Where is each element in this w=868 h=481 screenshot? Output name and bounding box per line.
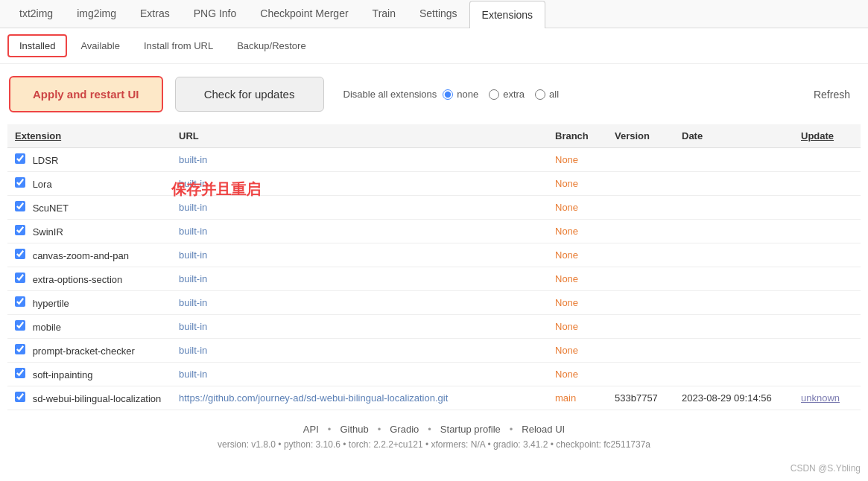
ext-name: SwinIR xyxy=(33,226,63,238)
tab-extensions[interactable]: Extensions xyxy=(469,1,545,28)
subtab-installed[interactable]: Installed xyxy=(7,34,67,57)
radio-none[interactable]: none xyxy=(443,89,478,100)
version-info: version: v1.8.0 • python: 3.10.6 • torch… xyxy=(7,439,861,450)
table-row: hypertile built-in None xyxy=(7,291,861,315)
footer-reload[interactable]: Reload UI xyxy=(522,424,565,435)
radio-all[interactable]: all xyxy=(535,89,559,100)
footer-startup[interactable]: Startup profile xyxy=(440,424,501,435)
ext-branch: main xyxy=(548,386,607,410)
ext-url-link[interactable]: https://github.com/journey-ad/sd-webui-b… xyxy=(179,392,448,404)
tab-checkpoint[interactable]: Checkpoint Merger xyxy=(248,0,360,28)
ext-update xyxy=(793,315,861,339)
ext-date xyxy=(674,339,793,363)
col-header-date: Date xyxy=(674,124,793,148)
ext-name: Lora xyxy=(33,179,52,190)
table-row: sd-webui-bilingual-localization https://… xyxy=(7,386,861,410)
extensions-table: Extension URL Branch Version Date Update… xyxy=(7,124,861,410)
radio-none-label: none xyxy=(457,89,478,100)
subtab-available[interactable]: Available xyxy=(70,36,130,56)
ext-update xyxy=(793,220,861,243)
tab-train[interactable]: Train xyxy=(361,0,408,28)
subtab-backup[interactable]: Backup/Restore xyxy=(226,36,317,56)
radio-extra[interactable]: extra xyxy=(489,89,525,100)
footer-github[interactable]: Github xyxy=(340,424,368,435)
ext-checkbox[interactable] xyxy=(15,249,25,259)
ext-version xyxy=(607,172,674,196)
ext-update xyxy=(793,196,861,220)
col-header-extension: Extension xyxy=(7,124,171,148)
ext-url-builtin: built-in xyxy=(179,154,207,165)
table-row: Lora built-in None xyxy=(7,172,861,196)
ext-version xyxy=(607,315,674,339)
radio-extra-input[interactable] xyxy=(489,89,499,100)
radio-none-input[interactable] xyxy=(443,89,453,100)
tab-pnginfo[interactable]: PNG Info xyxy=(182,0,249,28)
ext-update xyxy=(793,363,861,386)
table-row: canvas-zoom-and-pan built-in None xyxy=(7,243,861,267)
footer-gradio[interactable]: Gradio xyxy=(390,424,419,435)
ext-update xyxy=(793,339,861,363)
ext-url-builtin: built-in xyxy=(179,178,207,189)
ext-branch: None xyxy=(548,291,607,315)
check-updates-button[interactable]: Check for updates xyxy=(175,77,324,112)
ext-update xyxy=(793,291,861,315)
watermark: CSDN @S.Ybling xyxy=(791,463,861,474)
ext-name: extra-options-section xyxy=(33,274,123,285)
tab-extras[interactable]: Extras xyxy=(128,0,182,28)
ext-branch: None xyxy=(548,196,607,220)
ext-name: mobile xyxy=(33,322,61,333)
dot4: • xyxy=(510,424,513,435)
ext-checkbox[interactable] xyxy=(15,177,25,188)
ext-url-builtin: built-in xyxy=(179,226,207,237)
subtab-install-url[interactable]: Install from URL xyxy=(133,36,224,56)
ext-date xyxy=(674,243,793,267)
ext-version xyxy=(607,220,674,243)
table-row: prompt-bracket-checker built-in None xyxy=(7,339,861,363)
ext-version xyxy=(607,267,674,291)
col-header-update: Update xyxy=(793,124,861,148)
table-row: soft-inpainting built-in None xyxy=(7,363,861,386)
tab-txt2img[interactable]: txt2img xyxy=(7,0,65,28)
refresh-button[interactable]: Refresh xyxy=(805,83,859,106)
ext-version: 533b7757 xyxy=(607,386,674,410)
ext-version xyxy=(607,363,674,386)
ext-checkbox[interactable] xyxy=(15,273,25,283)
ext-name: sd-webui-bilingual-localization xyxy=(33,393,162,404)
ext-checkbox[interactable] xyxy=(15,344,25,354)
ext-url-cell: built-in xyxy=(171,196,548,220)
ext-url-cell: built-in xyxy=(171,315,548,339)
ext-checkbox[interactable] xyxy=(15,392,25,402)
ext-checkbox-cell: canvas-zoom-and-pan xyxy=(7,243,171,267)
ext-checkbox[interactable] xyxy=(15,153,25,164)
radio-all-input[interactable] xyxy=(535,89,545,100)
ext-checkbox[interactable] xyxy=(15,225,25,235)
col-header-branch: Branch xyxy=(548,124,607,148)
ext-checkbox[interactable] xyxy=(15,320,25,331)
ext-date xyxy=(674,148,793,172)
col-header-version: Version xyxy=(607,124,674,148)
ext-date xyxy=(674,220,793,243)
footer-api[interactable]: API xyxy=(303,424,319,435)
ext-checkbox[interactable] xyxy=(15,368,25,378)
update-unknown[interactable]: unknown xyxy=(801,392,840,404)
ext-url-builtin: built-in xyxy=(179,297,207,308)
ext-checkbox[interactable] xyxy=(15,296,25,307)
ext-date xyxy=(674,363,793,386)
ext-checkbox-cell: soft-inpainting xyxy=(7,363,171,386)
ext-checkbox[interactable] xyxy=(15,201,25,211)
ext-branch: None xyxy=(548,148,607,172)
ext-date xyxy=(674,315,793,339)
footer-links: API • Github • Gradio • Startup profile … xyxy=(7,424,861,435)
ext-url-cell: built-in xyxy=(171,243,548,267)
ext-url-builtin: built-in xyxy=(179,321,207,332)
tab-img2img[interactable]: img2img xyxy=(65,0,128,28)
ext-checkbox-cell: SwinIR xyxy=(7,220,171,243)
ext-branch: None xyxy=(548,339,607,363)
ext-date: 2023-08-29 09:14:56 xyxy=(674,386,793,410)
tab-settings[interactable]: Settings xyxy=(408,0,469,28)
table-header-row: Extension URL Branch Version Date Update xyxy=(7,124,861,148)
ext-update xyxy=(793,267,861,291)
disable-extensions-group: Disable all extensions none extra all xyxy=(343,89,560,100)
ext-version xyxy=(607,339,674,363)
apply-restart-button[interactable]: Apply and restart UI xyxy=(9,76,163,112)
